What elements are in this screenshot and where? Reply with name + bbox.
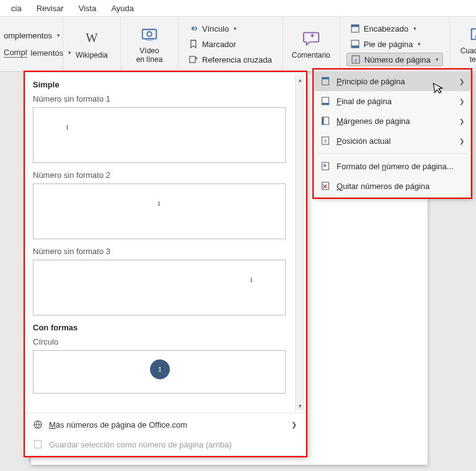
tab-revisar[interactable]: Revisar (29, 1, 71, 16)
fly-final[interactable]: Final de página ❯ (314, 91, 470, 111)
page-number-icon: # (351, 55, 361, 64)
globe-icon (33, 420, 43, 429)
encabezado-label: Encabezado (364, 24, 408, 33)
footer-icon (350, 39, 360, 49)
gallery-scrollbar[interactable]: ▴ ▾ (295, 75, 304, 410)
scroll-up-button[interactable]: ▴ (296, 75, 304, 84)
header-icon (350, 24, 360, 33)
gallery-item-1[interactable]: 1 (33, 107, 286, 163)
chevron-right-icon: ❯ (291, 421, 297, 429)
svg-rect-4 (190, 56, 195, 63)
save-selection-icon (33, 439, 43, 449)
video-button[interactable]: Vídeo en línea (127, 20, 172, 68)
compl-bottom-prefix: Compl (4, 48, 27, 58)
group-vinculos: Vínculo ▾ Marcador Referencia cruzada (178, 17, 283, 71)
numero-label: Número de página (364, 55, 431, 64)
gallery-save-label: Guardar selección como número de página … (49, 440, 232, 449)
page-number-flyout: Principio de página ❯ Final de página ❯ … (314, 69, 471, 198)
gallery-section-conformas: Con formas (33, 323, 293, 332)
gallery-scroll-area: Simple Número sin formato 1 1 Número sin… (25, 73, 306, 413)
cross-reference-icon (188, 55, 198, 64)
cuadro-texto-button[interactable]: A Cuadro de texto (456, 20, 476, 68)
page-top-icon (320, 76, 330, 86)
gallery-more-label: Más números de página de Office.com (49, 420, 187, 429)
online-video-icon (140, 25, 159, 45)
fly-principio[interactable]: Principio de página ❯ (314, 71, 470, 91)
chevron-down-icon: ▾ (57, 32, 60, 38)
fly-formato[interactable]: Formato del número de página... (314, 156, 470, 176)
svg-point-2 (147, 32, 152, 37)
svg-text:W: W (86, 30, 98, 44)
fly-margenes[interactable]: Márgenes de página ❯ (314, 111, 470, 131)
fly-quitar[interactable]: Quitar números de página (314, 176, 470, 196)
complementos-top[interactable]: omplementos ▾ (0, 29, 64, 42)
svg-rect-1 (143, 29, 157, 38)
scroll-down-button[interactable]: ▾ (296, 401, 304, 410)
gallery-footer: Más números de página de Office.com ❯ Gu… (25, 413, 306, 456)
comentario-label: Comentario (292, 51, 330, 59)
chevron-down-icon: ▾ (413, 25, 416, 32)
video-label: Vídeo en línea (136, 46, 163, 64)
group-cuadro: A Cuadro de texto (450, 17, 476, 71)
page-number-gallery: Simple Número sin formato 1 1 Número sin… (25, 72, 306, 456)
svg-rect-18 (322, 117, 324, 125)
bookmark-icon (188, 39, 198, 49)
numero-pagina-button[interactable]: # Número de página ▾ (346, 53, 443, 66)
tab-vista[interactable]: Vista (71, 1, 104, 16)
gallery-item-label-circulo: Círculo (33, 337, 293, 346)
group-video: Vídeo en línea (121, 17, 178, 71)
comment-icon (302, 29, 320, 50)
tab-ayuda[interactable]: Ayuda (104, 1, 141, 16)
svg-rect-16 (322, 103, 329, 105)
gallery-item-label-1: Número sin formato 1 (33, 94, 293, 103)
complementos-top-label: omplementos (4, 31, 52, 40)
thumb-number: 1 (250, 276, 253, 283)
chevron-right-icon: ❯ (459, 118, 464, 125)
scroll-track[interactable] (296, 84, 304, 401)
cuadro-label: Cuadro de texto (461, 46, 476, 64)
referencia-button[interactable]: Referencia cruzada (185, 53, 276, 66)
link-icon (188, 24, 198, 33)
svg-rect-14 (322, 77, 329, 79)
chevron-down-icon: ▾ (436, 56, 439, 63)
encabezado-button[interactable]: Encabezado ▾ (346, 22, 443, 35)
wikipedia-icon: W (82, 29, 101, 50)
referencia-label: Referencia cruzada (202, 55, 272, 64)
svg-rect-3 (192, 28, 195, 29)
group-comentario: Comentario (283, 17, 340, 71)
marcador-button[interactable]: Marcador (185, 37, 276, 51)
ribbon: omplementos ▾ Compllementos ▾ W Wikipedi… (0, 16, 476, 72)
format-number-icon (320, 161, 330, 171)
pie-button[interactable]: Pie de página ▾ (346, 37, 443, 51)
comentario-button[interactable]: Comentario (289, 20, 333, 68)
complementos-bottom-label: lementos (31, 48, 64, 58)
svg-text:#: # (324, 139, 327, 143)
gallery-more-office[interactable]: Más números de página de Office.com ❯ (25, 415, 306, 434)
pie-label: Pie de página (364, 40, 413, 49)
fly-margenes-label: Márgenes de página (337, 117, 410, 126)
wikipedia-label: Wikipedia (76, 51, 108, 59)
gallery-item-label-3: Número sin formato 3 (33, 247, 293, 256)
gallery-item-3[interactable]: 1 (33, 260, 286, 315)
gallery-item-label-2: Número sin formato 2 (33, 170, 293, 180)
chevron-down-icon: ▾ (418, 41, 421, 47)
vinculo-button[interactable]: Vínculo ▾ (185, 22, 276, 35)
page-margins-icon (320, 116, 330, 126)
chevron-right-icon: ❯ (459, 98, 464, 105)
chevron-down-icon: ▾ (234, 25, 237, 32)
fly-final-label: Final de página (337, 97, 392, 106)
tab-cut: cia (4, 1, 29, 16)
svg-rect-8 (351, 46, 359, 48)
wikipedia-button[interactable]: W Wikipedia (69, 20, 114, 68)
gallery-item-circulo[interactable]: 1 (33, 350, 286, 394)
fly-posicion-label: Posición actual (337, 136, 390, 146)
gallery-section-simple: Simple (33, 80, 293, 89)
marcador-label: Marcador (202, 40, 236, 49)
separator (318, 153, 467, 154)
chevron-right-icon: ❯ (459, 78, 464, 85)
gallery-item-2[interactable]: 1 (33, 183, 286, 239)
group-complementos: omplementos ▾ Compllementos ▾ (0, 17, 63, 71)
fly-posicion[interactable]: # Posición actual ❯ (314, 131, 470, 151)
thumb-circle: 1 (150, 359, 170, 379)
fly-formato-label: Formato del número de página... (337, 162, 454, 171)
